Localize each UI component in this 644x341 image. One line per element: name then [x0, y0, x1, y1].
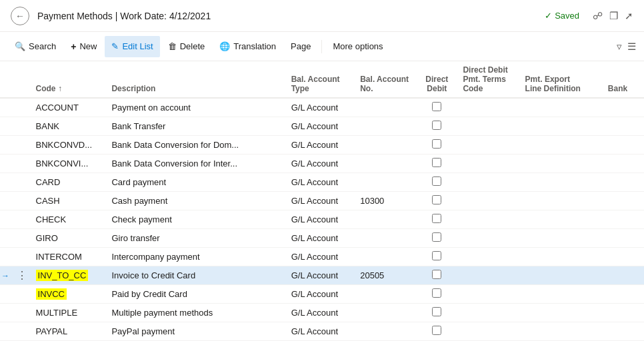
context-menu-button[interactable]: ⋮: [15, 269, 29, 282]
layout-icon[interactable]: ☰: [627, 41, 636, 53]
row-context-menu-cell[interactable]: [14, 155, 31, 173]
share-icon[interactable]: ❐: [609, 10, 618, 22]
row-dd-pmt-terms: [457, 322, 519, 341]
row-description: Bank Data Conversion for Dom...: [106, 136, 285, 155]
table-row[interactable]: BANKBank TransferG/L Account: [0, 117, 644, 136]
row-description: Payment on account: [106, 98, 285, 117]
table-row[interactable]: CASHCash paymentG/L Account10300: [0, 192, 644, 210]
row-bal-account-type: G/L Account: [286, 117, 355, 136]
row-bal-account-no: [355, 229, 416, 248]
row-arrow-cell: [0, 210, 14, 229]
row-description: Bank Transfer: [106, 117, 285, 136]
row-direct-debit[interactable]: [416, 229, 457, 248]
payment-methods-table: Code ↑ Description Bal. AccountType Bal.…: [0, 61, 644, 341]
direct-debit-checkbox[interactable]: [432, 214, 441, 223]
direct-debit-checkbox[interactable]: [432, 195, 441, 204]
row-pmt-export: [520, 136, 603, 155]
col-dd-pmt-terms-header: Direct DebitPmt. TermsCode: [457, 61, 519, 98]
table-row[interactable]: →⋮INV_TO_CCInvoice to Credit CardG/L Acc…: [0, 266, 644, 285]
row-direct-debit[interactable]: [416, 117, 457, 136]
direct-debit-checkbox[interactable]: [432, 288, 441, 298]
row-direct-debit[interactable]: [416, 210, 457, 229]
table-row[interactable]: BNKCONVI...Bank Data Conversion for Inte…: [0, 155, 644, 173]
row-bal-account-type: G/L Account: [286, 136, 355, 155]
row-context-menu-cell[interactable]: ⋮: [14, 266, 31, 285]
table-row[interactable]: INVCCPaid by Credit CardG/L Account: [0, 285, 644, 304]
translation-button[interactable]: 🌐 Translation: [213, 36, 283, 57]
direct-debit-checkbox[interactable]: [432, 139, 441, 149]
table-row[interactable]: CARDCard paymentG/L Account: [0, 173, 644, 192]
direct-debit-checkbox[interactable]: [432, 102, 441, 111]
direct-debit-checkbox[interactable]: [432, 232, 441, 242]
table-row[interactable]: BNKCONVD...Bank Data Conversion for Dom.…: [0, 136, 644, 155]
row-dd-pmt-terms: [457, 248, 519, 266]
row-context-menu-cell[interactable]: [14, 98, 31, 117]
row-context-menu-cell[interactable]: [14, 248, 31, 266]
row-bal-account-type: G/L Account: [286, 229, 355, 248]
table-row[interactable]: INTERCOMIntercompany paymentG/L Account: [0, 248, 644, 266]
row-pmt-export: [520, 210, 603, 229]
row-context-menu-cell[interactable]: [14, 117, 31, 136]
row-context-menu-cell[interactable]: [14, 210, 31, 229]
direct-debit-checkbox[interactable]: [432, 158, 441, 167]
bookmark-icon[interactable]: ☍: [593, 10, 603, 22]
row-context-menu-cell[interactable]: [14, 285, 31, 304]
row-bal-account-type: G/L Account: [286, 192, 355, 210]
row-dd-pmt-terms: [457, 304, 519, 322]
more-options-button[interactable]: More options: [326, 36, 389, 57]
direct-debit-checkbox[interactable]: [432, 176, 441, 186]
row-arrow-cell: [0, 192, 14, 210]
row-direct-debit[interactable]: [416, 248, 457, 266]
row-bal-account-type: G/L Account: [286, 266, 355, 285]
direct-debit-checkbox[interactable]: [432, 307, 441, 316]
row-context-menu-cell[interactable]: [14, 192, 31, 210]
expand-icon[interactable]: ➚: [625, 10, 633, 22]
col-code-header[interactable]: Code ↑: [31, 61, 107, 98]
row-direct-debit[interactable]: [416, 192, 457, 210]
direct-debit-checkbox[interactable]: [432, 326, 441, 335]
row-context-menu-cell[interactable]: [14, 173, 31, 192]
row-description: PayPal payment: [106, 322, 285, 341]
table-area: Code ↑ Description Bal. AccountType Bal.…: [0, 61, 644, 341]
col-bal-account-no-header: Bal. AccountNo.: [355, 61, 416, 98]
row-bal-account-no: [355, 173, 416, 192]
table-row[interactable]: PAYPALPayPal paymentG/L Account: [0, 322, 644, 341]
row-direct-debit[interactable]: [416, 322, 457, 341]
row-direct-debit[interactable]: [416, 173, 457, 192]
filter-icon[interactable]: ▿: [617, 41, 622, 53]
row-context-menu-cell[interactable]: [14, 304, 31, 322]
table-row[interactable]: CHECKCheck paymentG/L Account: [0, 210, 644, 229]
row-direct-debit[interactable]: [416, 266, 457, 285]
row-direct-debit[interactable]: [416, 98, 457, 117]
row-description: Intercompany payment: [106, 248, 285, 266]
row-direct-debit[interactable]: [416, 136, 457, 155]
table-row[interactable]: ACCOUNTPayment on accountG/L Account: [0, 98, 644, 117]
direct-debit-checkbox[interactable]: [432, 251, 441, 260]
search-button[interactable]: 🔍 Search: [8, 36, 63, 57]
row-context-menu-cell[interactable]: [14, 229, 31, 248]
edit-list-button[interactable]: ✎ Edit List: [105, 36, 159, 57]
row-direct-debit[interactable]: [416, 285, 457, 304]
delete-button[interactable]: 🗑 Delete: [161, 36, 212, 57]
row-context-menu-cell[interactable]: [14, 136, 31, 155]
row-bal-account-no: 20505: [355, 266, 416, 285]
saved-status: ✓ Saved: [545, 11, 579, 21]
row-context-menu-cell[interactable]: [14, 322, 31, 341]
new-button[interactable]: + New: [64, 36, 103, 57]
page-button[interactable]: Page: [284, 36, 317, 57]
row-code: GIRO: [31, 229, 107, 248]
direct-debit-checkbox[interactable]: [432, 121, 441, 130]
table-row[interactable]: GIROGiro transferG/L Account: [0, 229, 644, 248]
row-arrow-cell: [0, 155, 14, 173]
row-direct-debit[interactable]: [416, 155, 457, 173]
back-button[interactable]: ←: [11, 7, 29, 25]
direct-debit-checkbox[interactable]: [432, 270, 441, 279]
row-pmt-export: [520, 98, 603, 117]
row-direct-debit[interactable]: [416, 304, 457, 322]
row-description: Paid by Credit Card: [106, 285, 285, 304]
row-pmt-export: [520, 155, 603, 173]
row-description: Card payment: [106, 173, 285, 192]
row-code: CASH: [31, 192, 107, 210]
row-arrow-cell: →: [0, 266, 14, 285]
table-row[interactable]: MULTIPLEMultiple payment methodsG/L Acco…: [0, 304, 644, 322]
